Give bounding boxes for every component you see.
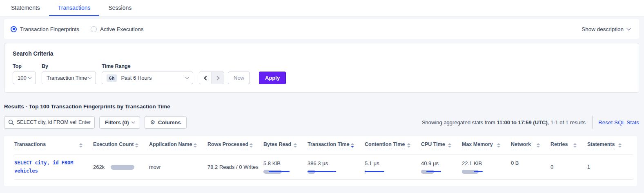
radio-unselected-icon — [91, 26, 97, 32]
sort-icon-active — [351, 143, 354, 148]
top-label: Top — [13, 63, 36, 69]
time-range-value: Past 6 Hours — [121, 75, 152, 81]
chevron-down-icon — [131, 120, 134, 123]
chevron-down-icon — [627, 27, 631, 31]
time-range-badge: 6h — [107, 74, 117, 82]
column-header-cpu-time[interactable]: CPU Time — [421, 141, 462, 149]
table-row: SELECT city, id FROMvehicles 262k movr 7… — [14, 155, 633, 180]
time-range-field: Time Range 6h Past 6 Hours — [102, 63, 193, 84]
radio-selected-icon — [11, 26, 17, 32]
apply-button[interactable]: Apply — [259, 72, 286, 84]
results-heading: Results - Top 100 Transaction Fingerprin… — [4, 103, 639, 110]
radio-label: Active Executions — [100, 26, 144, 32]
contention-time-bar — [365, 169, 394, 174]
column-header-network[interactable]: Network — [511, 141, 550, 149]
radio-transaction-fingerprints[interactable]: Transaction Fingerprints — [11, 26, 79, 32]
tab-statements[interactable]: Statements — [2, 0, 49, 16]
column-header-retries[interactable]: Retries — [550, 141, 587, 149]
now-button[interactable]: Now — [228, 72, 250, 84]
top-select-value: 100 — [18, 75, 27, 81]
by-label: By — [42, 63, 96, 69]
execution-count-bar — [111, 165, 134, 170]
search-icon — [8, 119, 14, 125]
column-header-max-memory[interactable]: Max Memory — [462, 141, 511, 149]
cell-statements: 1 — [587, 164, 632, 170]
sort-icon — [250, 143, 253, 148]
cell-execution-count: 262k — [93, 164, 149, 170]
column-header-execution-count[interactable]: Execution Count — [93, 141, 149, 149]
by-select[interactable]: Transaction Time — [42, 72, 96, 84]
search-criteria-title: Search Criteria — [13, 50, 631, 57]
cell-network: 0 B — [511, 155, 550, 166]
search-input[interactable] — [17, 119, 76, 125]
column-header-statements[interactable]: Statements — [587, 141, 632, 149]
chevron-left-icon — [204, 76, 208, 80]
columns-button[interactable]: ⚙ Columns — [145, 116, 187, 129]
time-range-select[interactable]: 6h Past 6 Hours — [102, 72, 193, 84]
aggregated-stats-text: Showing aggregated stats from 11:00 to 1… — [422, 119, 586, 126]
results-toolbar: Enter Filters (0) ⚙ Columns Showing aggr… — [4, 116, 639, 129]
time-range-next-button[interactable] — [212, 72, 224, 84]
show-description-toggle[interactable]: Show description — [582, 26, 630, 32]
search-criteria-panel: Search Criteria Top 100 By Transaction T… — [4, 43, 639, 93]
reset-sql-stats-link[interactable]: Reset SQL Stats — [598, 119, 639, 126]
chevron-down-icon — [88, 76, 91, 79]
column-header-rows-processed[interactable]: Rows Processed — [207, 141, 263, 149]
cell-cpu-time: 40.9 µs — [421, 160, 462, 174]
radio-active-executions[interactable]: Active Executions — [91, 26, 144, 32]
column-header-bytes-read[interactable]: Bytes Read — [263, 141, 308, 149]
cpu-time-bar — [421, 169, 450, 174]
cell-retries: 0 — [550, 164, 587, 170]
columns-label: Columns — [158, 119, 181, 126]
column-header-transactions[interactable]: Transactions — [14, 141, 93, 149]
transaction-fingerprint-link[interactable]: SELECT city, id FROMvehicles — [14, 159, 90, 175]
sort-icon — [448, 143, 451, 148]
by-select-value: Transaction Time — [47, 75, 87, 81]
results-table-panel: Transactions Execution Count Application… — [4, 136, 637, 186]
time-range-prev-button[interactable] — [199, 72, 212, 84]
time-range-label: Time Range — [102, 63, 193, 69]
sort-icon — [294, 143, 297, 148]
column-header-application-name[interactable]: Application Name — [149, 141, 207, 149]
table-header-row: Transactions Execution Count Application… — [14, 136, 633, 155]
top-select[interactable]: 100 — [13, 72, 36, 84]
tab-transactions[interactable]: Transactions — [49, 0, 100, 16]
sort-icon — [497, 143, 500, 148]
bytes-read-bar — [263, 169, 293, 174]
by-field: By Transaction Time — [42, 63, 96, 84]
cell-transaction-time: 386.3 µs — [308, 160, 365, 174]
top-field: Top 100 — [13, 63, 36, 84]
transaction-time-bar — [308, 169, 337, 174]
show-description-label: Show description — [582, 26, 624, 32]
sort-icon — [618, 143, 622, 148]
sort-icon — [194, 143, 197, 148]
sort-icon — [573, 143, 577, 148]
gear-icon: ⚙ — [150, 119, 156, 126]
max-memory-bar — [462, 169, 491, 174]
chevron-right-icon — [215, 76, 219, 80]
enter-hint-label: Enter — [78, 119, 91, 125]
sort-icon — [135, 143, 138, 148]
toolbar-right: Showing aggregated stats from 11:00 to 1… — [422, 116, 639, 129]
filters-label: Filters (0) — [105, 119, 129, 126]
sort-icon — [79, 143, 82, 148]
radio-label: Transaction Fingerprints — [20, 26, 79, 32]
cell-transactions: SELECT city, id FROMvehicles — [14, 159, 93, 175]
cell-bytes-read: 5.8 KiB — [263, 160, 308, 174]
chevron-down-icon — [28, 76, 31, 79]
search-box: Enter — [4, 116, 95, 129]
cell-rows-processed: 78.2 Reads / 0 Writes — [207, 164, 263, 170]
cell-max-memory: 22.1 KiB — [462, 160, 511, 174]
sort-icon — [537, 143, 540, 148]
top-tab-bar: Statements Transactions Sessions — [0, 0, 644, 16]
sort-icon — [407, 143, 410, 148]
cell-application-name: movr — [149, 164, 207, 170]
cell-contention-time: 5.1 µs — [365, 160, 421, 174]
filters-button[interactable]: Filters (0) — [99, 116, 140, 129]
view-toggle-panel: Transaction Fingerprints Active Executio… — [4, 19, 639, 39]
time-range-pager — [199, 72, 224, 84]
column-header-contention-time[interactable]: Contention Time — [365, 141, 421, 149]
column-header-transaction-time[interactable]: Transaction Time — [308, 141, 365, 149]
tab-sessions[interactable]: Sessions — [99, 0, 140, 16]
vertical-divider — [592, 116, 593, 129]
